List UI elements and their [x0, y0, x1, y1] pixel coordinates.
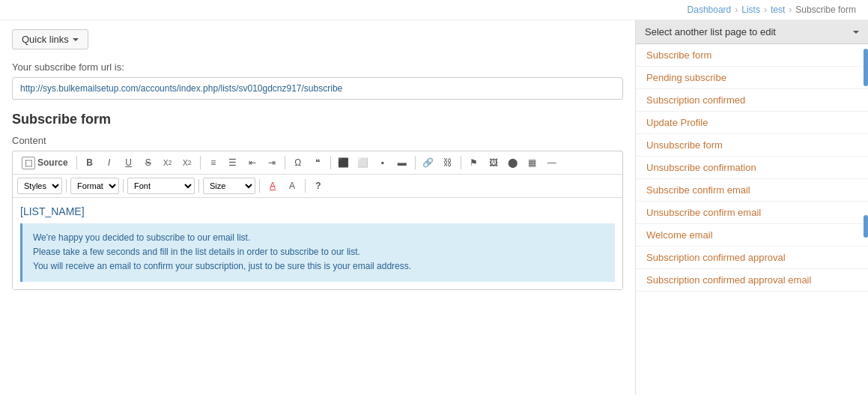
source-button[interactable]: ⬚ Source [17, 154, 73, 171]
bg-color-button[interactable]: A [283, 178, 301, 194]
toolbar-sep1 [76, 156, 77, 169]
size-dropdown-group: Size [203, 178, 255, 194]
unordered-list-button[interactable]: ☰ [224, 154, 242, 171]
email-content-box: We're happy you decided to subscribe to … [20, 223, 615, 282]
toolbar-sep9 [198, 179, 199, 193]
list-item-unsubscribe-form[interactable]: Unsubscribe form [636, 134, 868, 157]
list-item-unsubscribe-confirm-email[interactable]: Unsubscribe confirm email [636, 202, 868, 224]
draw-button[interactable]: ⬤ [504, 154, 522, 171]
toolbar-sep5 [415, 156, 416, 169]
breadcrumb-bar: Dashboard › Lists › test › Subscribe for… [0, 0, 868, 20]
italic-button[interactable]: I [100, 154, 118, 171]
hr-button[interactable]: — [543, 154, 561, 171]
editor-container: ⬚ Source B I U S X2 X2 ≡ ☰ ⇤ ⇥ Ω ❝ ⬛ [12, 151, 623, 290]
editor-body[interactable]: [LIST_NAME] We're happy you decided to s… [13, 198, 622, 289]
ordered-list-button[interactable]: ≡ [204, 154, 222, 171]
email-line-2: Please take a few seconds and fill in th… [33, 245, 604, 259]
unlink-button[interactable]: ⛓ [439, 154, 457, 171]
toolbar-sep7 [66, 179, 67, 193]
bold-button[interactable]: B [81, 154, 99, 171]
list-item-subscribe-form[interactable]: Subscribe form [636, 44, 868, 67]
source-icon: ⬚ [22, 157, 35, 169]
decrease-indent-button[interactable]: ⇤ [243, 154, 261, 171]
blockquote-button[interactable]: ❝ [309, 154, 327, 171]
url-label: Your subscribe form url is: [12, 61, 623, 73]
align-right-button[interactable]: ▪ [374, 154, 392, 171]
font-color-button[interactable]: A [264, 178, 282, 194]
scrollbar-accent-top [864, 49, 868, 86]
right-panel-header-label: Select another list page to edit [645, 26, 776, 37]
list-item-update-profile[interactable]: Update Profile [636, 112, 868, 134]
breadcrumb-dashboard[interactable]: Dashboard [688, 4, 732, 15]
quick-links-label: Quick links [22, 34, 69, 45]
section-title: Subscribe form [12, 112, 623, 127]
strikethrough-button[interactable]: S [139, 154, 157, 171]
page-list: Subscribe form Pending subscribe Subscri… [636, 44, 868, 292]
url-box[interactable]: http://sys.bulkemailsetup.com/accounts/i… [12, 77, 623, 100]
toolbar-sep2 [200, 156, 201, 169]
toolbar-row1: ⬚ Source B I U S X2 X2 ≡ ☰ ⇤ ⇥ Ω ❝ ⬛ [13, 151, 622, 175]
email-line-3: You will receive an email to confirm you… [33, 259, 604, 274]
superscript-button[interactable]: X2 [178, 154, 196, 171]
link-button[interactable]: 🔗 [419, 154, 437, 171]
left-panel: Quick links Your subscribe form url is: … [0, 20, 636, 394]
align-center-button[interactable]: ⬜ [354, 154, 372, 171]
right-panel: Select another list page to edit Subscri… [636, 20, 868, 394]
flag-button[interactable]: ⚑ [465, 154, 483, 171]
url-section: Your subscribe form url is: http://sys.b… [12, 61, 623, 100]
breadcrumb: Dashboard › Lists › test › Subscribe for… [688, 4, 856, 15]
right-panel-dropdown-arrow-icon [853, 31, 859, 34]
align-left-button[interactable]: ⬛ [335, 154, 353, 171]
main-layout: Quick links Your subscribe form url is: … [0, 20, 868, 394]
breadcrumb-current: Subscribe form [795, 4, 856, 15]
toolbar-sep10 [259, 179, 260, 193]
toolbar-sep4 [330, 156, 331, 169]
font-select[interactable]: Font [127, 178, 195, 194]
list-item-subscription-confirmed[interactable]: Subscription confirmed [636, 89, 868, 112]
size-select[interactable]: Size [203, 178, 255, 194]
list-item-subscription-confirmed-approval-email[interactable]: Subscription confirmed approval email [636, 269, 868, 292]
help-button[interactable]: ? [309, 178, 327, 194]
list-item-pending-subscribe[interactable]: Pending subscribe [636, 67, 868, 89]
list-item-subscription-confirmed-approval[interactable]: Subscription confirmed approval [636, 247, 868, 269]
increase-indent-button[interactable]: ⇥ [263, 154, 281, 171]
toolbar-sep11 [305, 179, 306, 193]
breadcrumb-test[interactable]: test [771, 4, 785, 15]
right-panel-header[interactable]: Select another list page to edit [636, 20, 868, 44]
list-item-unsubscribe-confirmation[interactable]: Unsubscribe confirmation [636, 157, 868, 179]
special-chars-button[interactable]: Ω [289, 154, 307, 171]
table-button[interactable]: ▦ [523, 154, 541, 171]
font-dropdown-group: Font [127, 178, 195, 194]
breadcrumb-lists[interactable]: Lists [741, 4, 760, 15]
toolbar-row2: Styles Format Font [13, 175, 622, 198]
scrollbar-accent-bottom [864, 215, 868, 238]
underline-button[interactable]: U [120, 154, 138, 171]
align-justify-button[interactable]: ▬ [393, 154, 411, 171]
subscript-button[interactable]: X2 [159, 154, 177, 171]
styles-dropdown-group: Styles [17, 178, 62, 194]
list-item-subscribe-confirm-email[interactable]: Subscribe confirm email [636, 179, 868, 202]
toolbar-sep8 [123, 179, 124, 193]
breadcrumb-sep1: › [735, 4, 738, 15]
toolbar-sep6 [461, 156, 461, 169]
email-line-1: We're happy you decided to subscribe to … [33, 231, 604, 245]
styles-select[interactable]: Styles [17, 178, 62, 194]
format-dropdown-group: Format [70, 178, 119, 194]
image-button[interactable]: 🖼 [485, 154, 503, 171]
list-item-welcome-email[interactable]: Welcome email [636, 224, 868, 247]
toolbar-sep3 [285, 156, 285, 169]
quick-links-caret-icon [73, 38, 79, 41]
quick-links-button[interactable]: Quick links [12, 29, 88, 49]
breadcrumb-sep3: › [789, 4, 792, 15]
breadcrumb-sep2: › [764, 4, 767, 15]
format-select[interactable]: Format [70, 178, 119, 194]
list-name-tag: [LIST_NAME] [20, 205, 615, 217]
content-label: Content [12, 135, 623, 146]
